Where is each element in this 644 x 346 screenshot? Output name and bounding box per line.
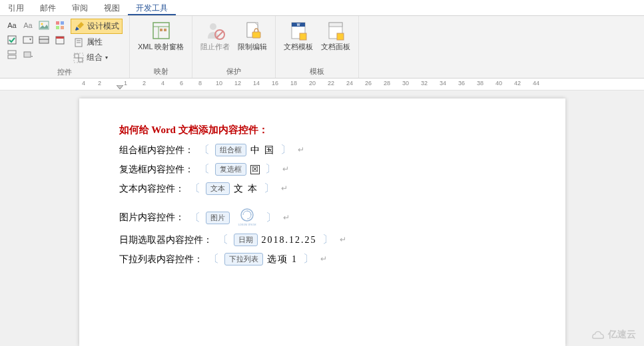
svg-rect-9 <box>39 39 49 43</box>
group-button[interactable]: 组合 ▾ <box>71 51 123 65</box>
document-area: 如何给 Word 文档添加内容控件： 组合框内容控件： 〔组合框 中 国 〕↵ … <box>0 90 644 346</box>
combo-box-line: 组合框内容控件： 〔组合框 中 国 〕↵ <box>119 143 525 157</box>
svg-rect-13 <box>8 55 16 59</box>
document-template-button[interactable]: W 文档模板 <box>280 17 317 54</box>
svg-text:W: W <box>297 23 300 27</box>
tab-view[interactable]: 视图 <box>96 0 128 15</box>
svg-rect-25 <box>164 29 166 31</box>
picture-line: 图片内容控件： 〔图片 LOREM IPSUM 〕↵ <box>119 208 525 228</box>
building-block-control-icon[interactable] <box>53 19 67 32</box>
properties-button[interactable]: 属性 <box>71 35 123 49</box>
group-label-mapping: 映射 <box>134 65 188 78</box>
ribbon: Aa Aa 设计模式 <box>0 16 644 79</box>
text-tag[interactable]: 文本 <box>206 182 230 195</box>
checkbox-line: 复选框内容控件： 〔复选框 ☒ 〕↵ <box>119 162 525 176</box>
picture-control[interactable]: LOREM IPSUM <box>234 208 260 228</box>
tab-references[interactable]: 引用 <box>0 0 32 15</box>
combo-box-tag[interactable]: 组合框 <box>215 144 246 156</box>
combo-control-icon[interactable] <box>21 33 35 47</box>
dropdown-tag[interactable]: 下拉列表 <box>224 253 263 265</box>
svg-rect-34 <box>300 33 306 40</box>
svg-text:LOREM IPSUM: LOREM IPSUM <box>238 223 256 226</box>
svg-rect-6 <box>8 36 16 44</box>
svg-rect-2 <box>56 21 59 25</box>
svg-rect-18 <box>75 54 79 58</box>
svg-rect-30 <box>252 32 260 38</box>
tab-review[interactable]: 审阅 <box>64 0 96 15</box>
svg-point-26 <box>210 23 216 30</box>
dropdown-value[interactable]: 选项 1 <box>267 254 298 265</box>
xml-mapping-pane-button[interactable]: XML 映射窗格 <box>134 17 188 54</box>
design-mode-button[interactable]: 设计模式 <box>71 19 123 34</box>
picture-tag[interactable]: 图片 <box>206 212 230 224</box>
checkbox-control[interactable]: ☒ <box>250 165 260 174</box>
document-page[interactable]: 如何给 Word 文档添加内容控件： 组合框内容控件： 〔组合框 中 国 〕↵ … <box>79 98 565 346</box>
page-title: 如何给 Word 文档添加内容控件： <box>119 124 525 136</box>
svg-rect-14 <box>24 52 31 57</box>
svg-rect-12 <box>8 51 16 54</box>
indent-marker-icon[interactable] <box>117 85 123 90</box>
legacy-control-icon[interactable] <box>21 48 35 61</box>
text-value[interactable]: 文 本 <box>234 183 259 195</box>
svg-rect-36 <box>329 23 342 27</box>
svg-rect-8 <box>39 37 49 39</box>
tab-developer[interactable]: 开发工具 <box>128 0 176 15</box>
restrict-editing-button[interactable]: 限制编辑 <box>234 17 271 54</box>
svg-point-1 <box>41 23 43 25</box>
repeating-control-icon[interactable] <box>5 48 19 61</box>
group-label-templates: 模板 <box>280 65 354 78</box>
svg-rect-7 <box>23 37 33 43</box>
ribbon-group-controls: Aa Aa 设计模式 <box>0 16 130 78</box>
date-control-icon[interactable] <box>53 33 67 47</box>
horizontal-ruler[interactable]: 4 2 1 2 4 6 8 10 12 14 16 18 20 22 24 26… <box>0 79 644 90</box>
group-label-controls: 控件 <box>4 66 125 79</box>
text-line: 文本内容控件： 〔文本 文 本 〕↵ <box>119 182 525 196</box>
date-value[interactable]: 2018.12.25 <box>262 235 317 246</box>
svg-rect-3 <box>61 21 64 25</box>
combo-box-value[interactable]: 中 国 <box>250 144 276 156</box>
watermark: 亿速云 <box>591 329 636 341</box>
dropdown-line: 下拉列表内容控件： 〔下拉列表 选项 1 〕↵ <box>119 252 525 266</box>
svg-rect-4 <box>56 26 59 29</box>
picture-control-icon[interactable] <box>37 19 51 32</box>
ribbon-tabs: 引用 邮件 审阅 视图 开发工具 <box>0 0 644 16</box>
document-panel-button[interactable]: 文档面板 <box>317 17 354 54</box>
date-line: 日期选取器内容控件： 〔日期 2018.12.25 〕↵ <box>119 233 525 247</box>
block-authors-button[interactable]: 阻止作者 <box>196 17 234 54</box>
svg-rect-24 <box>160 29 162 31</box>
ribbon-group-templates: W 文档模板 文档面板 模板 <box>276 16 359 78</box>
ribbon-group-mapping: XML 映射窗格 映射 <box>130 16 192 78</box>
dropdown-control-icon[interactable] <box>37 33 51 47</box>
svg-rect-5 <box>61 26 64 29</box>
group-label-protect: 保护 <box>196 65 271 78</box>
plain-text-control-icon[interactable]: Aa <box>21 19 35 32</box>
date-tag[interactable]: 日期 <box>234 234 258 246</box>
rich-text-control-icon[interactable]: Aa <box>5 19 19 32</box>
svg-rect-19 <box>79 58 83 62</box>
checkbox-tag[interactable]: 复选框 <box>215 163 246 176</box>
tab-mailings[interactable]: 邮件 <box>32 0 64 15</box>
ribbon-group-protect: 阻止作者 限制编辑 保护 <box>192 16 276 78</box>
svg-rect-37 <box>337 33 344 40</box>
svg-rect-11 <box>56 37 64 39</box>
checkbox-control-icon[interactable] <box>5 33 19 47</box>
